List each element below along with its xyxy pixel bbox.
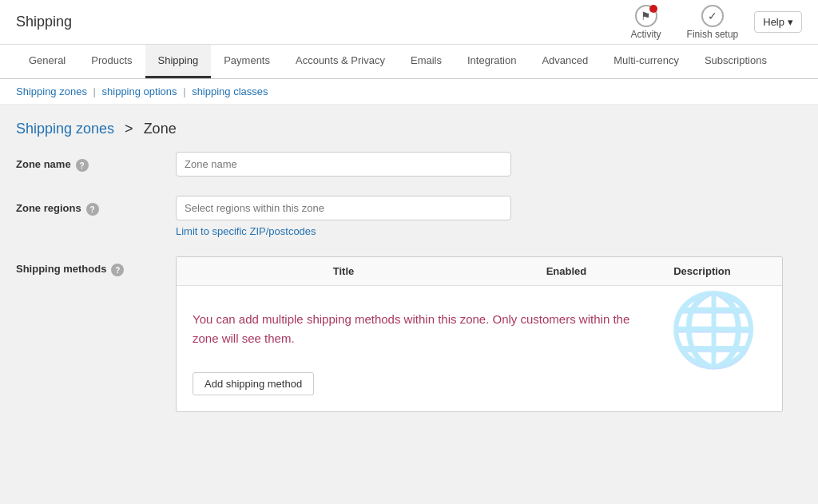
tab-shipping[interactable]: Shipping — [145, 45, 212, 78]
tab-advanced[interactable]: Advanced — [529, 45, 601, 78]
subnav-sep2: | — [183, 85, 189, 97]
activity-button[interactable]: ⚑ Activity — [621, 0, 671, 45]
add-shipping-method-button[interactable]: Add shipping method — [193, 372, 314, 395]
breadcrumb-separator: > — [125, 121, 137, 137]
tab-integration[interactable]: Integration — [455, 45, 529, 78]
zone-name-input[interactable] — [176, 152, 511, 177]
finish-setup-button[interactable]: ✓ Finish setup — [677, 0, 749, 45]
col-title: Title — [177, 257, 510, 285]
zone-regions-row: Zone regions ? Limit to specific ZIP/pos… — [16, 196, 802, 237]
help-button[interactable]: Help ▾ — [754, 11, 802, 33]
zone-regions-label-cell: Zone regions ? — [16, 196, 176, 216]
tabs-container: General Products Shipping Payments Accou… — [0, 45, 818, 79]
info-line2: zone will see them. — [193, 329, 766, 348]
methods-table: Title Enabled Description You can add mu… — [176, 256, 783, 412]
shipping-methods-label-cell: Shipping methods ? — [16, 256, 176, 276]
help-chevron-icon: ▾ — [788, 16, 793, 28]
page-title: Shipping — [16, 14, 72, 30]
tabs: General Products Shipping Payments Accou… — [16, 45, 802, 78]
zone-regions-input[interactable] — [176, 196, 511, 220]
zone-name-help-icon[interactable]: ? — [76, 159, 89, 172]
zone-name-input-cell — [176, 152, 802, 177]
methods-header: Title Enabled Description — [177, 257, 782, 286]
col-description: Description — [622, 257, 782, 285]
top-bar-actions: ⚑ Activity ✓ Finish setup Help ▾ — [621, 0, 802, 45]
activity-icon: ⚑ — [635, 5, 657, 27]
tab-accounts-privacy[interactable]: Accounts & Privacy — [283, 45, 398, 78]
activity-badge — [649, 5, 657, 13]
shipping-methods-help-icon[interactable]: ? — [111, 264, 124, 276]
shipping-methods-label: Shipping methods — [16, 263, 106, 275]
breadcrumb: Shipping zones > Zone — [16, 121, 802, 137]
subnav-sep1: | — [93, 85, 99, 97]
zone-regions-help-icon[interactable]: ? — [86, 203, 99, 216]
info-line1: You can add multiple shipping methods wi… — [193, 310, 766, 329]
breadcrumb-current: Zone — [144, 121, 177, 137]
finish-setup-icon: ✓ — [701, 5, 724, 27]
breadcrumb-link[interactable]: Shipping zones — [16, 121, 114, 137]
zone-regions-input-cell: Limit to specific ZIP/postcodes — [176, 196, 802, 237]
tab-emails[interactable]: Emails — [398, 45, 455, 78]
tab-multi-currency[interactable]: Multi-currency — [601, 45, 692, 78]
methods-body: You can add multiple shipping methods wi… — [177, 286, 782, 411]
col-enabled: Enabled — [510, 257, 622, 285]
shipping-methods-content: Title Enabled Description You can add mu… — [176, 256, 802, 412]
main-content: Shipping zones > Zone Zone name ? Zone r… — [0, 105, 818, 499]
zone-name-label: Zone name — [16, 158, 71, 170]
zone-regions-label: Zone regions — [16, 202, 81, 214]
zone-name-row: Zone name ? — [16, 152, 802, 177]
subnav-shipping-zones[interactable]: Shipping zones — [16, 85, 87, 97]
tab-products[interactable]: Products — [78, 45, 145, 78]
sub-nav: Shipping zones | shipping options | ship… — [0, 79, 818, 105]
shipping-methods-row: Shipping methods ? Title Enabled Descrip… — [16, 256, 802, 412]
tab-subscriptions[interactable]: Subscriptions — [692, 45, 780, 78]
methods-info-text: You can add multiple shipping methods wi… — [193, 302, 766, 356]
zone-name-label-cell: Zone name ? — [16, 152, 176, 172]
subnav-shipping-classes[interactable]: shipping classes — [192, 85, 268, 97]
tab-general[interactable]: General — [16, 45, 78, 78]
limit-zip-link[interactable]: Limit to specific ZIP/postcodes — [176, 225, 802, 237]
top-bar: Shipping ⚑ Activity ✓ Finish setup Help … — [0, 0, 818, 45]
tab-payments[interactable]: Payments — [211, 45, 283, 78]
save-bar: Save changes — [0, 499, 818, 504]
subnav-shipping-options[interactable]: shipping options — [102, 85, 177, 97]
